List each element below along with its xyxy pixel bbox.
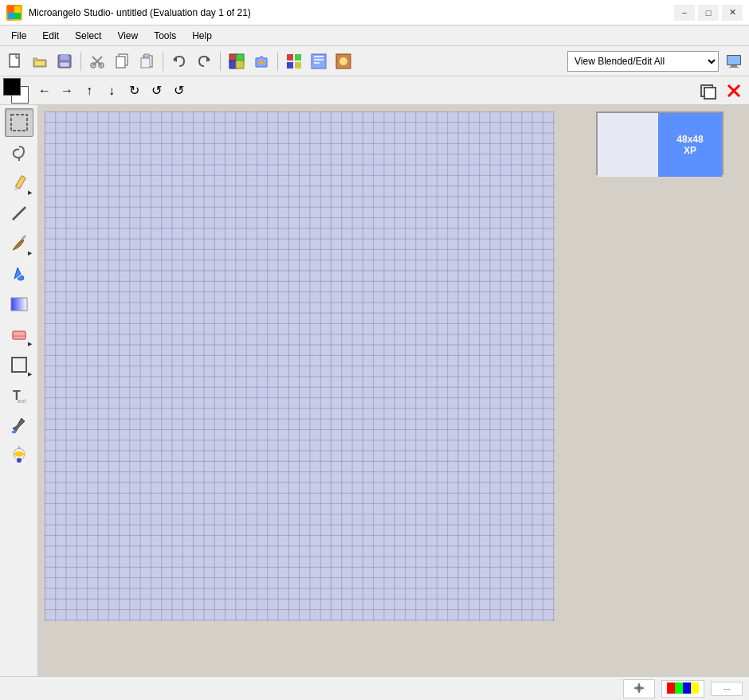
arrow-indicator: ▶ [28, 371, 32, 377]
color-indicator[interactable] [3, 78, 29, 104]
lasso-tool[interactable] [5, 139, 33, 167]
paste-button[interactable] [135, 49, 159, 73]
svg-rect-50 [13, 331, 25, 339]
open-button[interactable] [28, 49, 52, 73]
svg-rect-43 [11, 115, 27, 131]
svg-rect-55 [12, 431, 16, 433]
delete-frame-button[interactable] [722, 80, 746, 102]
svg-rect-38 [729, 67, 739, 68]
svg-rect-2 [8, 13, 14, 19]
svg-point-34 [339, 57, 347, 65]
svg-rect-62 [667, 682, 675, 694]
window-title: Microangelo Studio- untitled (Evaluation… [29, 7, 674, 18]
eyedropper-tool[interactable] [5, 411, 33, 440]
fill-tool[interactable] [5, 260, 33, 288]
sep2 [163, 52, 163, 71]
copy-button[interactable] [110, 49, 134, 73]
svg-rect-17 [141, 58, 150, 68]
status-bar: ··· [0, 676, 749, 700]
nav-right-buttons [696, 80, 746, 102]
svg-rect-26 [295, 54, 301, 61]
save-button[interactable] [53, 49, 76, 73]
svg-rect-52 [12, 358, 26, 372]
coord-display [623, 679, 655, 698]
sep4 [277, 52, 278, 71]
flip-button[interactable]: ↺ [167, 80, 190, 102]
arrow-indicator: ▶ [28, 190, 32, 196]
title-bar: Microangelo Studio- untitled (Evaluation… [0, 0, 749, 25]
export-button[interactable] [249, 49, 273, 73]
svg-rect-65 [691, 682, 699, 694]
move-left-button[interactable]: ← [33, 80, 56, 102]
menu-help[interactable]: Help [184, 29, 220, 43]
pixel-canvas[interactable] [45, 111, 555, 621]
svg-rect-0 [8, 6, 14, 13]
view-mode-buttons [282, 49, 355, 73]
shape-tool[interactable]: ▶ [5, 350, 33, 379]
menu-select[interactable]: Select [67, 29, 109, 43]
svg-rect-45 [15, 175, 25, 189]
menu-file[interactable]: File [3, 29, 34, 43]
new-button[interactable] [3, 49, 27, 73]
minimize-button[interactable]: − [674, 5, 695, 21]
line-tool[interactable] [5, 199, 33, 228]
close-button[interactable]: ✕ [722, 5, 743, 21]
menu-edit[interactable]: Edit [34, 29, 67, 43]
svg-rect-37 [731, 65, 737, 67]
undo-buttons [167, 49, 216, 73]
import-export-buttons [225, 49, 273, 73]
svg-rect-4 [10, 54, 19, 67]
menu-view[interactable]: View [109, 29, 146, 43]
view-dropdown: View Blended/Edit All View Normal/Edit A… [567, 49, 746, 73]
move-up-button[interactable]: ↑ [78, 80, 100, 102]
toolbox: ▶ ▶ ▶ ▶ Text [0, 105, 38, 676]
colorize-tool[interactable] [5, 441, 33, 470]
nav-toolbar: ← → ↑ ↓ ↻ ↺ ↺ [0, 76, 749, 105]
preview-box: 48x48 XP [596, 111, 724, 175]
app-icon [6, 5, 22, 21]
svg-rect-25 [287, 54, 293, 61]
select-rect-tool[interactable] [5, 108, 33, 137]
menu-tools[interactable]: Tools [146, 29, 184, 43]
svg-rect-5 [34, 61, 45, 66]
window-controls: − □ ✕ [674, 5, 743, 21]
right-panel: 48x48 XP [590, 105, 749, 676]
edit-buttons [85, 49, 159, 73]
view-select[interactable]: View Blended/Edit All View Normal/Edit A… [567, 51, 719, 72]
arrow-indicator: ▶ [28, 341, 32, 347]
canvas-area[interactable] [38, 105, 590, 676]
svg-rect-27 [287, 62, 293, 68]
menu-bar: File Edit Select View Tools Help [0, 25, 749, 46]
arrow-indicator: ▶ [28, 250, 32, 256]
icon-grid-button[interactable] [282, 49, 306, 73]
rotate-cw-button[interactable]: ↻ [123, 80, 145, 102]
screen-button[interactable] [722, 49, 746, 73]
undo-button[interactable] [167, 49, 191, 73]
text-tool[interactable]: Text [5, 381, 33, 409]
sep1 [80, 52, 81, 71]
brush-tool[interactable]: ▶ [5, 229, 33, 258]
gradient-tool[interactable] [5, 290, 33, 319]
preview-button[interactable] [331, 49, 355, 73]
move-down-button[interactable]: ↓ [100, 80, 123, 102]
svg-rect-40 [704, 88, 716, 99]
pencil-view-button[interactable] [307, 49, 331, 73]
svg-rect-49 [11, 298, 27, 311]
svg-rect-63 [675, 682, 683, 694]
svg-rect-1 [14, 6, 21, 13]
move-right-button[interactable]: → [56, 80, 78, 102]
import-button[interactable] [225, 49, 249, 73]
svg-rect-28 [295, 62, 301, 68]
cut-button[interactable] [85, 49, 109, 73]
preview-type: XP [684, 145, 696, 156]
copy-frame-button[interactable] [696, 80, 720, 102]
foreground-color [3, 78, 21, 96]
eraser-tool[interactable]: ▶ [5, 320, 33, 349]
svg-line-47 [13, 207, 25, 220]
extra-status: ··· [711, 682, 743, 696]
rotate-ccw-button[interactable]: ↺ [145, 80, 167, 102]
redo-button[interactable] [192, 49, 216, 73]
svg-rect-64 [683, 682, 691, 694]
maximize-button[interactable]: □ [698, 5, 719, 21]
pencil-tool[interactable]: ▶ [5, 169, 33, 197]
